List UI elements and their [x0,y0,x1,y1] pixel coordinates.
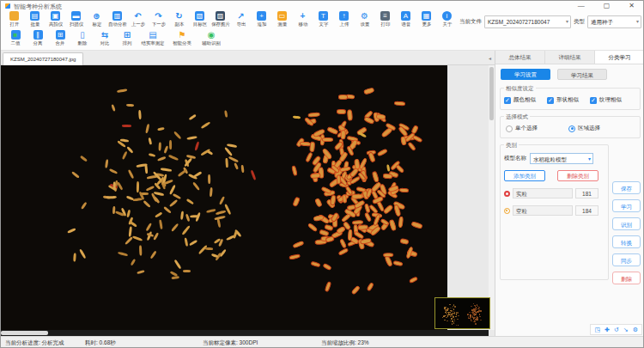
open-label: 打开 [9,21,19,27]
fit-screen-icon[interactable]: ◳ [594,326,600,333]
delete-button[interactable]: 删除 [612,272,641,284]
horizontal-scrollbar[interactable] [1,330,489,336]
checkbox-颜色相似[interactable]: ✓颜色相似 [504,96,536,104]
more-button[interactable]: ▦更多 [416,10,436,28]
horizontal-scrollbar-thumb[interactable] [1,331,48,335]
seed-grain [250,170,256,180]
delete-category-button[interactable]: 删除类别 [557,170,598,181]
seed-grain [149,153,156,157]
minimize-button[interactable]: — [578,2,585,10]
smart-classify-button[interactable]: ⚑智能分类 [167,29,197,50]
text-button[interactable]: T文字 [313,10,333,28]
binarize-button[interactable]: ■二值 [4,29,27,50]
save-button[interactable]: 保存 [612,181,641,194]
append-button[interactable]: +追加 [252,10,271,28]
thumbnail-dot [472,316,474,318]
rotate-icon[interactable]: ↺ [614,326,619,333]
merge-button[interactable]: ⊞合并 [49,29,71,50]
collapse-panel-icon[interactable]: ◂ [489,55,491,61]
learning-settings-button[interactable]: 学习设置 [501,69,550,80]
print-button[interactable]: ≡打印 [375,10,395,28]
model-name-dropdown[interactable]: 水稻秕粒模型▾ [530,153,593,164]
thumbnail-dot [450,310,452,312]
duplicate-button[interactable]: ↻副本 [169,10,189,28]
seed-grain [154,196,161,204]
seed-grain [355,186,366,193]
learn-button[interactable]: 学习 [612,199,641,212]
seed-setting-rate-button[interactable]: ▤结实率测定 [138,29,167,50]
doc-camera-button[interactable]: ▣高拍仪 [46,10,65,28]
voice-button[interactable]: A语音 [396,10,416,28]
compare-button[interactable]: ⇆对比 [94,29,116,50]
vertical-scrollbar[interactable] [489,65,495,330]
seed-grain [307,223,318,233]
seed-grain [189,114,197,120]
thumbnail-dot [452,313,453,314]
checkbox-纹理相似[interactable]: ✓纹理相似 [590,96,622,104]
learning-results-button[interactable]: 学习结果 [557,69,607,80]
target-area-button[interactable]: ▧目标区 [190,10,210,28]
assist-recognize-label: 辅助识别 [202,40,221,46]
calibrate-button[interactable]: ⊕标定 [87,10,106,28]
category-name-field[interactable]: 实粒 [513,188,573,198]
scanner-button[interactable]: ▬扫描仪 [66,10,86,28]
image-canvas[interactable] [1,65,495,336]
recognize-button[interactable]: 识别 [612,217,641,230]
seed-grain [393,101,405,106]
scanner-label: 扫描仪 [69,21,82,27]
thumbnail-dot [454,321,456,322]
seed-grain [228,156,239,162]
move-button[interactable]: +移动 [293,10,313,28]
current-file-dropdown[interactable]: KZSM_20240727180047▾ [484,15,571,28]
gear-icon: ⚙ [360,11,369,21]
prev-step-button[interactable]: ↶上一步 [128,10,148,28]
next-step-button[interactable]: ↷下一步 [149,10,168,28]
assist-recognize-button[interactable]: ◉辅助识别 [197,29,226,50]
seed-grain [108,168,118,174]
export-button[interactable]: ↗导出 [231,10,251,28]
tab-总体结果[interactable]: 总体结果 [495,51,545,64]
convert-button[interactable]: 转换 [612,235,641,248]
category-name-field[interactable]: 空粒 [513,205,573,216]
radio-区域选择[interactable]: 区域选择 [568,125,600,132]
measure-button[interactable]: ▭测量 [272,10,292,28]
seed-grain [398,217,404,229]
seed-grain [325,281,332,292]
similarity-options: ✓颜色相似✓形状相似✓纹理相似 [504,96,636,104]
type-dropdown[interactable]: 通用种子▾ [587,15,641,28]
target-area-label: 目标区 [192,21,206,27]
selection-mode-options: 单个选择区域选择 [504,125,636,132]
save-image-button[interactable]: ▨保存图片 [210,10,230,28]
view-settings-icon[interactable]: ⚙ [633,326,638,333]
add-category-button[interactable]: 添加类别 [504,170,545,181]
seed-grain [377,149,388,157]
separate-button[interactable]: ∥分离 [27,29,49,50]
seed-image[interactable] [1,65,447,330]
image-tab-bar: KZSM_20240727180047.jpg ◂ [1,51,495,65]
target-image-icon: ▧ [195,11,204,21]
auto-analyze-button[interactable]: ▥自动分析 [107,10,127,28]
open-button[interactable]: 打开 [4,10,24,28]
tab-分类学习[interactable]: 分类学习 [595,51,644,64]
checkbox-形状相似[interactable]: ✓形状相似 [547,96,579,104]
seed-grain [347,109,353,120]
image-file-tab[interactable]: KZSM_20240727180047.jpg [3,52,83,66]
sync-button[interactable]: 同步 [612,253,641,266]
maximize-button[interactable]: ▢ [604,2,611,10]
vertical-scrollbar-thumb[interactable] [489,67,494,120]
pan-icon[interactable]: ✚ [605,326,610,333]
upload-button[interactable]: ↑上传 [334,10,354,28]
measure-angle-icon[interactable]: ↘ [623,326,629,333]
settings-button[interactable]: ⚙设置 [355,10,374,28]
delete-button[interactable]: ▯删除 [71,29,94,50]
close-button[interactable]: ✕ [629,2,635,10]
navigator-thumbnail[interactable] [434,297,490,329]
seed-grain [216,210,226,215]
arrange-button[interactable]: ⊞排列 [116,29,138,50]
batch-button[interactable]: ▤批量 [25,10,45,28]
about-button[interactable]: i关于 [437,10,457,28]
doc-camera-label: 高拍仪 [48,21,62,27]
seed-grain [223,111,228,119]
tab-详细结果[interactable]: 详细结果 [545,51,595,64]
radio-单个选择[interactable]: 单个选择 [506,125,538,132]
